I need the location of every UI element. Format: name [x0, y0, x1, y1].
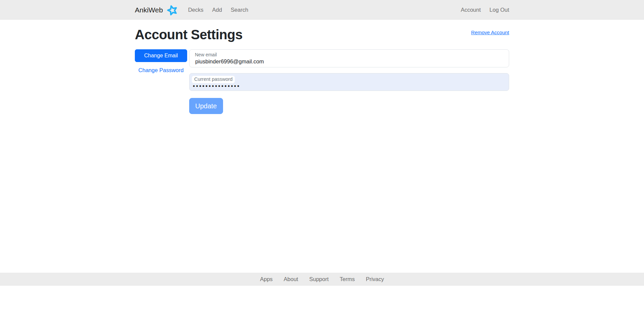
- nav-link-logout[interactable]: Log Out: [485, 4, 509, 16]
- new-email-input[interactable]: [189, 49, 509, 67]
- page-title: Account Settings: [135, 26, 243, 43]
- nav-link-add[interactable]: Add: [208, 4, 226, 16]
- nav-left-links: Decks Add Search: [184, 4, 253, 16]
- page-footer: Apps About Support Terms Privacy: [0, 273, 644, 286]
- nav-link-decks[interactable]: Decks: [184, 4, 208, 16]
- footer-link-about[interactable]: About: [284, 276, 298, 282]
- footer-link-apps[interactable]: Apps: [260, 276, 273, 282]
- page-header: Account Settings Remove Account: [135, 26, 509, 43]
- account-settings-form: Change Email Change Password New email C…: [135, 49, 509, 114]
- current-password-field-wrapper: Current password: [189, 73, 509, 91]
- footer-link-support[interactable]: Support: [309, 276, 329, 282]
- brand-label: AnkiWeb: [135, 6, 163, 14]
- change-email-panel: New email Current password Update: [189, 49, 509, 114]
- new-email-field-wrapper: New email: [189, 49, 509, 67]
- settings-tab-column: Change Email Change Password: [135, 49, 187, 73]
- top-navbar: AnkiWeb Decks Add Search Account Log Out: [0, 0, 644, 20]
- main-content: Account Settings Remove Account Change E…: [131, 26, 513, 114]
- nav-right-links: Account Log Out: [457, 4, 509, 16]
- tab-change-password[interactable]: Change Password: [135, 67, 187, 73]
- nav-link-search[interactable]: Search: [226, 4, 253, 16]
- remove-account-link[interactable]: Remove Account: [471, 30, 509, 35]
- anki-star-icon: [166, 3, 179, 17]
- footer-link-terms[interactable]: Terms: [340, 276, 355, 282]
- brand-link[interactable]: AnkiWeb: [135, 3, 179, 17]
- current-password-input[interactable]: [189, 73, 509, 91]
- update-button[interactable]: Update: [189, 98, 223, 114]
- footer-link-privacy[interactable]: Privacy: [366, 276, 384, 282]
- tab-change-email[interactable]: Change Email: [135, 49, 187, 62]
- nav-link-account[interactable]: Account: [457, 4, 485, 16]
